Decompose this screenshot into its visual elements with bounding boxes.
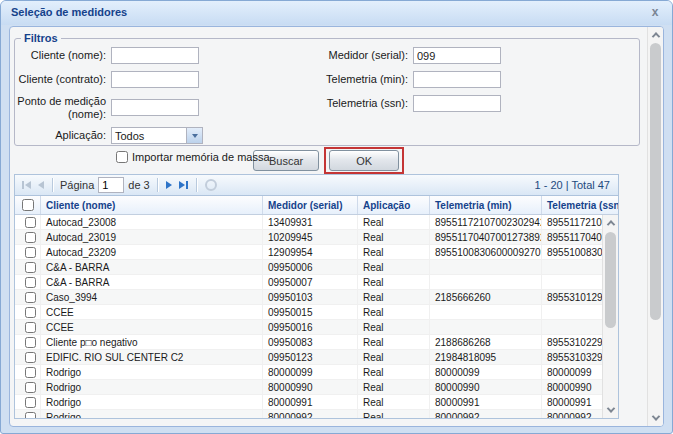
cell: 80000992 — [430, 410, 542, 418]
cell: 89551170407001273892 — [430, 230, 542, 244]
importar-memoria-checkbox[interactable] — [116, 151, 128, 163]
select-all-checkbox[interactable] — [22, 199, 34, 211]
cell: 09950015 — [263, 305, 358, 319]
row-checkbox[interactable] — [25, 412, 36, 419]
ponto-medicao-label: Ponto de medição (nome): — [15, 95, 111, 120]
first-page-button[interactable] — [20, 180, 33, 190]
telemetria-min-input[interactable] — [413, 71, 501, 88]
dialog-scrollbar-thumb[interactable] — [650, 43, 661, 320]
cell: 2185666260 — [430, 290, 542, 304]
cell: 21984818095 — [430, 350, 542, 364]
cell: Autocad_23209 — [41, 245, 263, 259]
ponto-medicao-input[interactable] — [111, 99, 199, 116]
column-header-medidor-serial[interactable]: Medidor (serial) — [263, 196, 358, 214]
next-page-icon — [166, 181, 172, 189]
aplicacao-label: Aplicação: — [15, 129, 111, 142]
toolbar-separator — [52, 178, 53, 192]
scroll-up-button[interactable] — [603, 215, 618, 231]
cell: Real — [358, 335, 430, 349]
row-checkbox[interactable] — [25, 232, 36, 243]
results-grid: Cliente (nome) Medidor (serial) Aplicaçã… — [14, 196, 619, 419]
cell: Real — [358, 290, 430, 304]
cell: Real — [358, 305, 430, 319]
cell: 89551008306000092709 — [430, 245, 542, 259]
filter-row-cliente-contrato: Cliente (contrato): — [15, 71, 315, 88]
cell: Real — [358, 350, 430, 364]
cell: Real — [358, 245, 430, 259]
scroll-down-icon — [651, 412, 659, 420]
pagination-toolbar: Página de 3 1 - 20 | Total 47 — [14, 174, 619, 196]
row-checkbox[interactable] — [25, 262, 36, 273]
combo-trigger-button[interactable] — [186, 128, 202, 143]
row-checkbox-cell — [15, 365, 41, 379]
table-row: Rodrigo80000991Real8000099180000991 — [15, 395, 618, 410]
cell: 80000991 — [263, 395, 358, 409]
cell: Autocad_23008 — [41, 215, 263, 229]
cell: C&A - BARRA — [41, 260, 263, 274]
row-checkbox-cell — [15, 215, 41, 229]
grid-scrollbar-thumb[interactable] — [605, 232, 616, 328]
row-checkbox[interactable] — [25, 397, 36, 408]
column-header-aplicacao[interactable]: Aplicação — [358, 196, 430, 214]
first-page-icon — [22, 181, 24, 189]
row-checkbox[interactable] — [25, 247, 36, 258]
cell: Rodrigo — [41, 365, 263, 379]
page-label: Página — [59, 179, 95, 191]
column-header-cliente-nome[interactable]: Cliente (nome) — [41, 196, 263, 214]
cliente-contrato-input[interactable] — [111, 71, 199, 88]
dialog-window: Seleção de medidores x Filtros Cliente (… — [0, 0, 673, 434]
cell: Real — [358, 320, 430, 334]
cell: Real — [358, 230, 430, 244]
row-checkbox[interactable] — [25, 217, 36, 228]
close-icon[interactable]: x — [648, 6, 662, 20]
ok-button[interactable]: OK — [329, 150, 399, 171]
next-page-button[interactable] — [164, 180, 174, 190]
prev-page-button[interactable] — [36, 180, 46, 190]
dialog-titlebar: Seleção de medidores — [1, 1, 672, 25]
column-header-telemetria-ssn[interactable]: Telemetria (ssn) — [542, 196, 618, 214]
row-checkbox[interactable] — [25, 352, 36, 363]
toolbar-separator — [157, 178, 158, 192]
prev-page-icon — [38, 181, 44, 189]
row-checkbox[interactable] — [25, 277, 36, 288]
table-row: Cliente p□o negativo09950083Real21886862… — [15, 335, 618, 350]
cell: 80000990 — [263, 380, 358, 394]
filters-legend: Filtros — [21, 32, 61, 44]
column-header-telemetria-min[interactable]: Telemetria (min) — [430, 196, 542, 214]
cell: 2188686268 — [430, 335, 542, 349]
last-page-icon — [179, 181, 185, 189]
grid-scrollbar[interactable] — [602, 215, 618, 418]
medidor-serial-input[interactable] — [413, 47, 501, 64]
telemetria-ssn-label: Telemetria (ssn): — [307, 97, 413, 110]
cliente-contrato-label: Cliente (contrato): — [15, 73, 111, 86]
aplicacao-select[interactable]: Todos — [111, 127, 203, 144]
cell: 09950006 — [263, 260, 358, 274]
scroll-down-button[interactable] — [648, 410, 663, 426]
cliente-nome-input[interactable] — [111, 47, 199, 64]
cell: Real — [358, 215, 430, 229]
last-page-button[interactable] — [177, 180, 190, 190]
row-checkbox[interactable] — [25, 322, 36, 333]
row-checkbox[interactable] — [25, 337, 36, 348]
cell — [430, 260, 542, 274]
row-checkbox[interactable] — [25, 382, 36, 393]
page-number-input[interactable] — [98, 177, 124, 193]
scroll-down-button[interactable] — [603, 402, 618, 418]
cell: Autocad_23019 — [41, 230, 263, 244]
scroll-up-button[interactable] — [648, 27, 663, 43]
row-checkbox[interactable] — [25, 292, 36, 303]
telemetria-ssn-input[interactable] — [413, 95, 501, 112]
table-row: CCEE09950015Real — [15, 305, 618, 320]
row-checkbox[interactable] — [25, 367, 36, 378]
dialog-scrollbar[interactable] — [647, 27, 663, 426]
table-row: CCEE09950016Real — [15, 320, 618, 335]
cell: Rodrigo — [41, 410, 263, 418]
table-row: Rodrigo80000099Real8000009980000099 — [15, 365, 618, 380]
cell — [430, 305, 542, 319]
cell: 09950016 — [263, 320, 358, 334]
grid-header: Cliente (nome) Medidor (serial) Aplicaçã… — [15, 196, 618, 215]
row-checkbox[interactable] — [25, 307, 36, 318]
refresh-button[interactable] — [203, 178, 219, 192]
grid-body: Autocad_2300813409931Real895511721070023… — [15, 215, 618, 418]
cell: 80000991 — [430, 395, 542, 409]
